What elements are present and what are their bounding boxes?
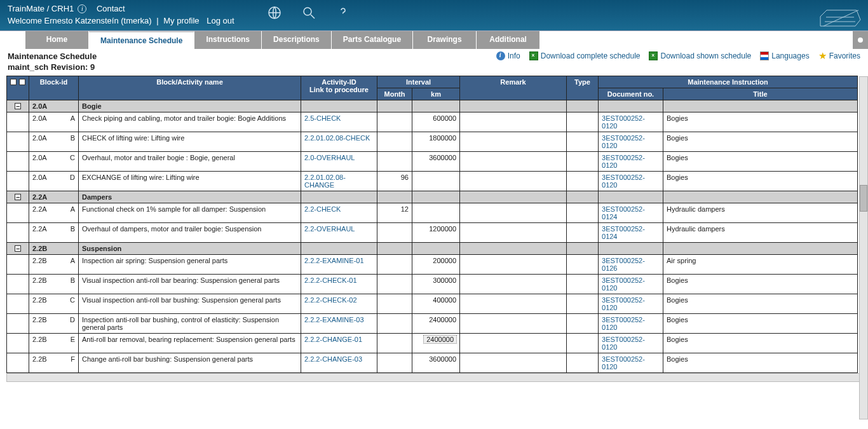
tab-instructions[interactable]: Instructions [194,31,262,49]
document-link[interactable]: 3EST000252-0120 [602,276,645,292]
col-block-id: Block-id [29,76,79,100]
cell-type [567,274,599,294]
document-link[interactable]: 3EST000252-0126 [602,257,645,272]
tab-descriptions[interactable]: Descriptions [262,31,332,49]
activity-id-link[interactable]: 2.2.2-CHANGE-01 [304,336,362,343]
activity-id-link[interactable]: 2.2.2-CHECK-01 [304,276,357,284]
cell-block-id: 2.2BC [29,294,79,313]
activity-id-link[interactable]: 2.2.01.02.08-CHECK [304,134,370,142]
group-block-id: 2.0A [29,100,79,112]
cell-title: Hydraulic dampers [663,222,858,242]
my-profile-link[interactable]: My profile [163,16,199,25]
cell-km: 600000 [412,112,460,132]
table-row: 2.2BFChange anti-roll bar bushing: Suspe… [7,353,858,372]
download-shown-link[interactable]: Download shown schedule [649,51,751,60]
info-link[interactable]: Info [496,51,520,60]
cell-month [377,151,412,171]
cell-km [412,171,460,191]
tab-home[interactable]: Home [25,31,89,49]
horizontal-scrollbar[interactable] [6,373,862,382]
collapse-icon[interactable]: − [15,194,21,200]
document-link[interactable]: 3EST000252-0120 [602,174,645,189]
favorites-link[interactable]: ★Favorites [818,51,860,60]
cell-remark [460,313,567,333]
activity-id-link[interactable]: 2.2.2-CHECK-02 [304,296,357,304]
cell-km: 200000 [412,254,460,274]
activity-id-link[interactable]: 2.2.2-EXAMINE-03 [304,316,364,323]
collapse-icon[interactable]: − [15,103,21,109]
cell-activity: Check piping and cabling, motor and trai… [79,112,301,132]
cell-activity: Change anti-roll bar bushing: Suspension… [79,353,301,372]
cell-month [377,294,412,313]
document-link[interactable]: 3EST000252-0120 [602,114,645,130]
cell-month: 12 [377,203,412,222]
cell-activity: EXCHANGE of lifting wire: Lifting wire [79,171,301,191]
cell-km-selected[interactable]: 2400000 [424,336,456,343]
activity-id-link[interactable]: 2.2.01.02.08-CHANGE [304,174,346,189]
cell-title: Bogies [663,353,858,372]
document-link[interactable]: 3EST000252-0120 [602,336,645,351]
cell-remark [460,222,567,242]
svg-point-2 [858,37,863,43]
document-link[interactable]: 3EST000252-0120 [602,296,645,311]
globe-icon[interactable] [267,5,282,22]
document-link[interactable]: 3EST000252-0120 [602,316,645,331]
activity-id-link[interactable]: 2.2.2-EXAMINE-01 [304,257,364,264]
cell-km: 400000 [412,294,460,313]
languages-link[interactable]: Languages [760,51,809,60]
cell-month [377,254,412,274]
expand-all-header[interactable]: + − [7,76,29,100]
cell-type [567,333,599,353]
document-link[interactable]: 3EST000252-0120 [602,134,645,149]
excel-icon [529,51,538,60]
expand-all-icon[interactable]: + [10,79,17,85]
group-block-id: 2.2A [29,191,79,203]
group-row: −2.2ADampers [7,191,858,203]
cell-title: Bogies [663,132,858,151]
tab-parts-catalogue[interactable]: Parts Catalogue [332,31,413,49]
activity-id-link[interactable]: 2.2-OVERHAUL [304,225,355,233]
table-row: 2.2AAFunctional check on 1% sample for a… [7,203,858,222]
group-block-id: 2.2B [29,242,79,254]
cell-remark [460,171,567,191]
tab-drawings[interactable]: Drawings [413,31,477,49]
brand-link[interactable]: TrainMate / CRH1 [8,4,74,13]
document-link[interactable]: 3EST000252-0120 [602,355,645,371]
cell-activity: Functional check on 1% sample for all da… [79,203,301,222]
cell-km: 3600000 [412,353,460,372]
main-tabs: Home Maintenance Schedule Instructions D… [0,31,868,49]
document-link[interactable]: 3EST000252-0120 [602,154,645,169]
collapse-all-icon[interactable]: − [19,79,25,85]
top-header: TrainMate / CRH1 i Contact Welcome Ernes… [0,0,868,31]
collapse-icon[interactable]: − [15,245,21,252]
document-link[interactable]: 3EST000252-0124 [602,205,645,221]
cell-remark [460,132,567,151]
cell-title: Bogies [663,313,858,333]
contact-link[interactable]: Contact [97,4,125,13]
activity-id-link[interactable]: 2.2.2-CHANGE-03 [304,355,362,363]
cell-title: Bogies [663,151,858,171]
help-icon[interactable] [336,5,351,22]
cell-km: 1800000 [412,132,460,151]
download-complete-link[interactable]: Download complete schedule [529,51,641,60]
activity-id-link[interactable]: 2.0-OVERHAUL [304,154,355,161]
cell-block-id: 2.2AB [29,222,79,242]
schedule-table: + − Block-id Block/Activity name Activit… [6,76,858,373]
info-icon[interactable]: i [78,4,86,13]
vertical-scrollbar[interactable] [859,76,868,386]
tab-overflow-button[interactable] [853,31,868,49]
cell-km [412,203,460,222]
document-link[interactable]: 3EST000252-0124 [602,225,645,240]
cell-block-id: 2.2AA [29,203,79,222]
cell-type [567,313,599,333]
page-title: Maintenance Schedule maint_sch Revision:… [8,51,97,73]
svg-point-1 [304,8,311,15]
tab-maintenance-schedule[interactable]: Maintenance Schedule [89,31,194,49]
activity-id-link[interactable]: 2.5-CHECK [304,114,341,122]
search-icon[interactable] [301,5,316,22]
logout-link[interactable]: Log out [207,16,234,25]
cell-block-id: 2.2BD [29,313,79,333]
activity-id-link[interactable]: 2.2-CHECK [304,205,341,213]
group-row: −2.0ABogie [7,100,858,112]
tab-additional[interactable]: Additional [477,31,540,49]
